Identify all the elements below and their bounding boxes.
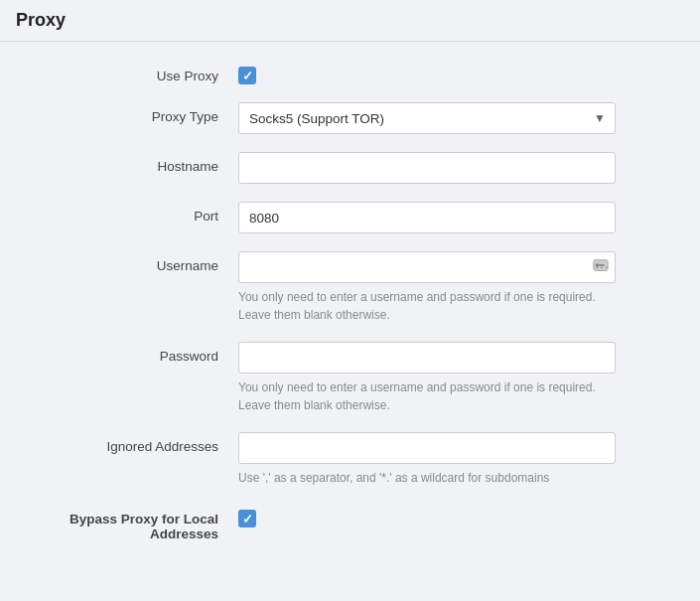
username-control: ... You only need to enter a username an… bbox=[238, 251, 680, 324]
proxy-type-select[interactable]: HTTP HTTPS Socks4 Socks5 (Support TOR) bbox=[238, 102, 616, 134]
use-proxy-checkmark: ✓ bbox=[242, 70, 253, 82]
bypass-proxy-row: Bypass Proxy for Local Addresses ✓ bbox=[0, 505, 700, 541]
password-input[interactable] bbox=[238, 342, 616, 374]
username-label: Username bbox=[20, 251, 238, 273]
page-container: Proxy Use Proxy ✓ Proxy Type HTTP bbox=[0, 0, 700, 601]
use-proxy-checkbox-container: ✓ bbox=[238, 62, 680, 84]
page-title: Proxy bbox=[16, 10, 66, 30]
password-control: You only need to enter a username and pa… bbox=[238, 342, 680, 414]
port-input[interactable] bbox=[238, 202, 616, 233]
username-hint: You only need to enter a username and pa… bbox=[238, 288, 616, 324]
use-proxy-label: Use Proxy bbox=[20, 62, 238, 83]
ignored-addresses-control: Use ',' as a separator, and '*.' as a wi… bbox=[238, 432, 680, 487]
section-header: Proxy bbox=[0, 0, 700, 42]
form-container: Use Proxy ✓ Proxy Type HTTP HTTPS Socks4 bbox=[0, 42, 700, 579]
bypass-proxy-checkbox[interactable]: ✓ bbox=[238, 510, 256, 527]
port-label: Port bbox=[20, 202, 238, 224]
password-hint: You only need to enter a username and pa… bbox=[238, 378, 616, 414]
username-row: Username ... bbox=[0, 251, 700, 324]
use-proxy-checkbox[interactable]: ✓ bbox=[238, 67, 256, 84]
ignored-addresses-label: Ignored Addresses bbox=[20, 432, 238, 454]
hostname-label: Hostname bbox=[20, 152, 238, 174]
hostname-row: Hostname bbox=[0, 152, 700, 184]
bypass-proxy-control: ✓ bbox=[238, 505, 680, 527]
proxy-type-label: Proxy Type bbox=[20, 102, 238, 124]
bypass-proxy-checkmark: ✓ bbox=[242, 513, 253, 526]
username-input-wrapper: ... bbox=[238, 251, 616, 283]
proxy-type-control: HTTP HTTPS Socks4 Socks5 (Support TOR) ▼ bbox=[238, 102, 680, 134]
svg-text:...: ... bbox=[595, 260, 610, 270]
port-control bbox=[238, 202, 680, 233]
username-input[interactable] bbox=[238, 251, 616, 283]
hostname-control bbox=[238, 152, 680, 184]
ignored-addresses-hint: Use ',' as a separator, and '*.' as a wi… bbox=[238, 469, 616, 487]
password-row: Password You only need to enter a userna… bbox=[0, 342, 700, 414]
ignored-addresses-row: Ignored Addresses Use ',' as a separator… bbox=[0, 432, 700, 487]
hostname-input[interactable] bbox=[238, 152, 616, 184]
use-proxy-row: Use Proxy ✓ bbox=[0, 62, 700, 84]
use-proxy-control: ✓ bbox=[238, 62, 680, 84]
ignored-addresses-input[interactable] bbox=[238, 432, 616, 464]
proxy-type-row: Proxy Type HTTP HTTPS Socks4 Socks5 (Sup… bbox=[0, 102, 700, 134]
bypass-proxy-checkbox-container: ✓ bbox=[238, 505, 680, 527]
password-label: Password bbox=[20, 342, 238, 364]
proxy-type-select-wrapper: HTTP HTTPS Socks4 Socks5 (Support TOR) ▼ bbox=[238, 102, 616, 134]
bypass-proxy-label: Bypass Proxy for Local Addresses bbox=[20, 505, 238, 541]
credentials-icon[interactable]: ... bbox=[592, 256, 610, 278]
port-row: Port bbox=[0, 202, 700, 233]
